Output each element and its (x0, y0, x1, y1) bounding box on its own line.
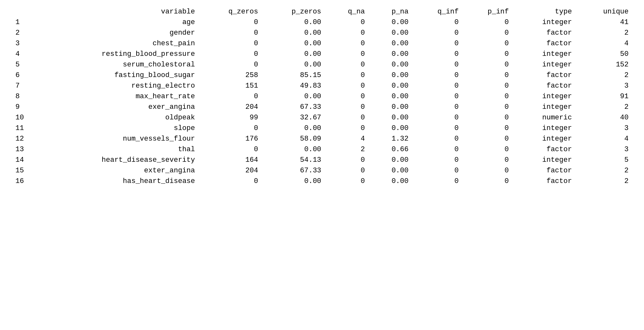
table-row: 8max_heart_rate00.0000.0000integer91 (10, 91, 634, 102)
cell-col-unique: 50 (578, 49, 634, 59)
col-header-q-inf: q_inf (414, 6, 464, 17)
cell-col-type: integer (514, 134, 577, 144)
cell-col-p-na: 1.32 (371, 134, 414, 144)
cell-col-q-na: 2 (327, 144, 371, 155)
cell-col-unique: 3 (578, 144, 634, 155)
cell-col-variable: exer_angina (40, 102, 201, 112)
cell-col-type: factor (514, 144, 577, 155)
cell-col-q-zeros: 176 (201, 134, 264, 144)
cell-col-variable: num_vessels_flour (40, 134, 201, 144)
cell-col-p-inf: 0 (464, 176, 514, 187)
cell-col-type: integer (514, 155, 577, 165)
cell-col-type: factor (514, 38, 577, 49)
cell-col-p-inf: 0 (464, 38, 514, 49)
table-row: 4resting_blood_pressure00.0000.0000integ… (10, 49, 634, 59)
cell-col-p-inf: 0 (464, 134, 514, 144)
cell-col-p-na: 0.00 (371, 165, 414, 176)
cell-col-p-zeros: 32.67 (264, 112, 327, 123)
col-header-p-zeros: p_zeros (264, 6, 327, 17)
cell-col-unique: 152 (578, 59, 634, 70)
cell-col-q-inf: 0 (414, 81, 464, 91)
table-row: 6fasting_blood_sugar25885.1500.0000facto… (10, 70, 634, 81)
cell-col-q-na: 4 (327, 134, 371, 144)
cell-col-q-inf: 0 (414, 165, 464, 176)
cell-col-q-zeros: 204 (201, 165, 264, 176)
cell-col-p-na: 0.00 (371, 38, 414, 49)
col-header-q-na: q_na (327, 6, 371, 17)
cell-col-q-zeros: 0 (201, 38, 264, 49)
cell-col-type: integer (514, 49, 577, 59)
cell-col-q-zeros: 151 (201, 81, 264, 91)
cell-col-p-na: 0.00 (371, 81, 414, 91)
cell-col-p-inf: 0 (464, 112, 514, 123)
cell-col-q-zeros: 0 (201, 123, 264, 134)
cell-col-unique: 3 (578, 81, 634, 91)
cell-col-q-zeros: 0 (201, 91, 264, 102)
cell-col-variable: resting_blood_pressure (40, 49, 201, 59)
cell-col-q-inf: 0 (414, 144, 464, 155)
cell-col-q-inf: 0 (414, 91, 464, 102)
col-header-unique: unique (578, 6, 634, 17)
cell-col-p-na: 0.00 (371, 59, 414, 70)
cell-col-row-num: 1 (10, 17, 40, 28)
cell-col-unique: 40 (578, 112, 634, 123)
cell-col-q-inf: 0 (414, 134, 464, 144)
cell-col-type: factor (514, 176, 577, 187)
cell-col-variable: exter_angina (40, 165, 201, 176)
table-row: 5serum_cholestoral00.0000.0000integer152 (10, 59, 634, 70)
cell-col-q-inf: 0 (414, 38, 464, 49)
cell-col-q-na: 0 (327, 17, 371, 28)
cell-col-q-zeros: 164 (201, 155, 264, 165)
cell-col-p-zeros: 0.00 (264, 17, 327, 28)
cell-col-row-num: 5 (10, 59, 40, 70)
col-header-p-na: p_na (371, 6, 414, 17)
cell-col-p-inf: 0 (464, 144, 514, 155)
cell-col-p-inf: 0 (464, 70, 514, 81)
table-row: 1age00.0000.0000integer41 (10, 17, 634, 28)
cell-col-p-na: 0.00 (371, 112, 414, 123)
cell-col-p-zeros: 54.13 (264, 155, 327, 165)
cell-col-q-na: 0 (327, 81, 371, 91)
cell-col-q-na: 0 (327, 176, 371, 187)
cell-col-type: factor (514, 81, 577, 91)
cell-col-row-num: 3 (10, 38, 40, 49)
cell-col-type: integer (514, 91, 577, 102)
cell-col-row-num: 9 (10, 102, 40, 112)
cell-col-row-num: 8 (10, 91, 40, 102)
cell-col-q-inf: 0 (414, 176, 464, 187)
cell-col-q-na: 0 (327, 112, 371, 123)
cell-col-q-zeros: 99 (201, 112, 264, 123)
cell-col-q-zeros: 258 (201, 70, 264, 81)
col-header-q-zeros: q_zeros (201, 6, 264, 17)
cell-col-type: integer (514, 123, 577, 134)
cell-col-variable: age (40, 17, 201, 28)
cell-col-row-num: 16 (10, 176, 40, 187)
table-row: 3chest_pain00.0000.0000factor4 (10, 38, 634, 49)
cell-col-p-zeros: 0.00 (264, 59, 327, 70)
cell-col-q-na: 0 (327, 91, 371, 102)
cell-col-p-na: 0.00 (371, 49, 414, 59)
table-row: 9exer_angina20467.3300.0000integer2 (10, 102, 634, 112)
cell-col-type: integer (514, 59, 577, 70)
cell-col-p-zeros: 58.09 (264, 134, 327, 144)
col-header-type: type (514, 6, 577, 17)
cell-col-row-num: 12 (10, 134, 40, 144)
cell-col-row-num: 6 (10, 70, 40, 81)
cell-col-q-na: 0 (327, 123, 371, 134)
cell-col-unique: 2 (578, 176, 634, 187)
cell-col-variable: fasting_blood_sugar (40, 70, 201, 81)
cell-col-p-zeros: 0.00 (264, 28, 327, 38)
cell-col-variable: slope (40, 123, 201, 134)
cell-col-q-zeros: 0 (201, 17, 264, 28)
cell-col-type: numeric (514, 112, 577, 123)
table-row: 14heart_disease_severity16454.1300.0000i… (10, 155, 634, 165)
cell-col-row-num: 2 (10, 28, 40, 38)
cell-col-p-na: 0.00 (371, 102, 414, 112)
cell-col-row-num: 7 (10, 81, 40, 91)
cell-col-variable: max_heart_rate (40, 91, 201, 102)
cell-col-p-na: 0.66 (371, 144, 414, 155)
cell-col-row-num: 4 (10, 49, 40, 59)
cell-col-unique: 41 (578, 17, 634, 28)
cell-col-type: integer (514, 102, 577, 112)
cell-col-unique: 5 (578, 155, 634, 165)
